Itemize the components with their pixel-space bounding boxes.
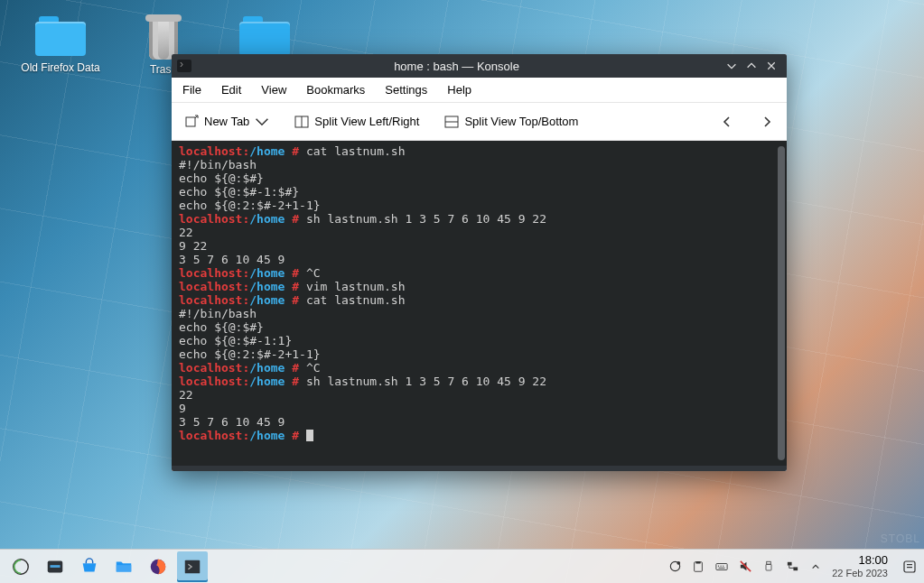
terminal-line: 3 5 7 6 10 45 9 <box>179 415 779 429</box>
clock-time: 18:00 <box>832 554 888 567</box>
terminal-line: 22 <box>179 388 779 402</box>
maximize-button[interactable] <box>742 56 761 76</box>
terminal-line: 9 <box>179 402 779 415</box>
folder-icon <box>239 16 290 56</box>
menu-help[interactable]: Help <box>447 83 471 97</box>
terminal-cursor <box>306 430 313 441</box>
konsole-app-icon <box>177 60 191 72</box>
new-tab-icon <box>184 115 199 129</box>
menu-edit[interactable]: Edit <box>221 83 241 97</box>
svg-rect-20 <box>767 561 771 564</box>
konsole-window: home : bash — Konsole File Edit View Boo… <box>172 54 787 471</box>
svg-rect-25 <box>907 564 912 565</box>
terminal-line: echo ${@:$#} <box>179 320 779 334</box>
nav-back-button[interactable] <box>714 109 740 134</box>
split-tb-icon <box>444 115 459 129</box>
menu-settings[interactable]: Settings <box>385 83 427 97</box>
split-lr-icon <box>294 115 309 129</box>
tray-keyboard-icon[interactable] <box>714 560 729 574</box>
svg-rect-26 <box>907 567 912 568</box>
tray-expand-icon[interactable] <box>808 560 823 574</box>
window-title: home : bash — Konsole <box>191 60 722 73</box>
chevron-down-icon <box>255 115 269 129</box>
svg-rect-0 <box>186 117 195 126</box>
split-lr-button[interactable]: Split View Left/Right <box>289 111 425 133</box>
terminal-output[interactable]: localhost:/home # cat lastnum.sh#!/bin/b… <box>172 141 787 466</box>
terminal-line: localhost:/home # <box>179 429 779 442</box>
window-statusbar <box>172 466 787 471</box>
terminal-line: localhost:/home # vim lastnum.sh <box>179 280 779 293</box>
new-tab-label: New Tab <box>204 115 249 128</box>
terminal-line: #!/bin/bash <box>179 158 779 171</box>
terminal-line: localhost:/home # cat lastnum.sh <box>179 144 779 158</box>
split-tb-button[interactable]: Split View Top/Bottom <box>439 111 583 133</box>
minimize-button[interactable] <box>722 56 742 76</box>
tray-usb-icon[interactable] <box>761 560 776 574</box>
menu-file[interactable]: File <box>182 83 201 97</box>
desktop-icon-label: Old Firefox Data <box>20 61 101 74</box>
split-tb-label: Split View Top/Bottom <box>464 115 578 128</box>
taskbar-store-icon[interactable] <box>74 551 105 582</box>
taskbar-clock[interactable]: 18:00 22 Feb 2023 <box>832 554 891 579</box>
terminal-line: localhost:/home # sh lastnum.sh 1 3 5 7 … <box>179 212 779 226</box>
taskbar-konsole-icon[interactable] <box>177 551 208 582</box>
terminal-line: 9 22 <box>179 239 779 253</box>
tray-audio-muted-icon[interactable] <box>738 560 752 574</box>
split-lr-label: Split View Left/Right <box>314 115 419 128</box>
terminal-line: localhost:/home # sh lastnum.sh 1 3 5 7 … <box>179 375 779 388</box>
nav-forward-button[interactable] <box>754 109 779 134</box>
taskbar-firefox-icon[interactable] <box>143 551 173 582</box>
watermark: STOBL <box>881 532 920 545</box>
terminal-line: localhost:/home # ^C <box>179 361 779 375</box>
menubar: File Edit View Bookmarks Settings Help <box>172 78 787 103</box>
svg-rect-21 <box>766 564 771 570</box>
desktop-icon-old-firefox[interactable]: Old Firefox Data <box>20 16 101 74</box>
tray-updates-icon[interactable] <box>667 560 682 574</box>
trash-icon <box>144 13 183 60</box>
svg-rect-22 <box>788 562 792 566</box>
menu-view[interactable]: View <box>261 83 286 97</box>
taskbar-settings-icon[interactable] <box>40 551 70 582</box>
svg-rect-15 <box>716 563 727 569</box>
terminal-line: echo ${@:$#-1:1} <box>179 334 779 347</box>
svg-point-18 <box>723 565 723 566</box>
tray-notifications-icon[interactable] <box>901 560 919 574</box>
window-titlebar[interactable]: home : bash — Konsole <box>172 54 787 78</box>
terminal-line: 22 <box>179 226 779 239</box>
new-tab-button[interactable]: New Tab <box>179 111 275 133</box>
scrollbar[interactable] <box>778 146 785 460</box>
app-launcher-button[interactable] <box>5 551 36 582</box>
taskbar-files-icon[interactable] <box>108 551 139 582</box>
tray-clipboard-icon[interactable] <box>691 560 705 574</box>
terminal-line: 3 5 7 6 10 45 9 <box>179 253 779 266</box>
clock-date: 22 Feb 2023 <box>832 567 888 579</box>
menu-bookmarks[interactable]: Bookmarks <box>306 83 365 97</box>
terminal-line: echo ${@:$#} <box>179 171 779 185</box>
terminal-line: #!/bin/bash <box>179 307 779 320</box>
svg-point-17 <box>721 565 722 566</box>
svg-point-16 <box>718 565 719 566</box>
svg-point-12 <box>677 561 680 565</box>
svg-rect-8 <box>117 565 132 571</box>
terminal-line: localhost:/home # ^C <box>179 266 779 280</box>
tray-network-icon[interactable] <box>785 560 799 574</box>
toolbar: New Tab Split View Left/Right Split View… <box>172 103 787 141</box>
svg-rect-19 <box>719 567 725 568</box>
terminal-line: localhost:/home # cat lastnum.sh <box>179 293 779 307</box>
folder-icon <box>35 16 86 56</box>
close-button[interactable] <box>761 56 781 76</box>
terminal-line: echo ${@:$#-1:$#} <box>179 185 779 199</box>
terminal-line: echo ${@:2:$#-2+1-1} <box>179 347 779 361</box>
svg-rect-14 <box>696 560 701 563</box>
terminal-line: echo ${@:2:$#-2+1-1} <box>179 199 779 212</box>
taskbar: 18:00 22 Feb 2023 <box>0 549 924 583</box>
svg-rect-7 <box>51 565 61 568</box>
